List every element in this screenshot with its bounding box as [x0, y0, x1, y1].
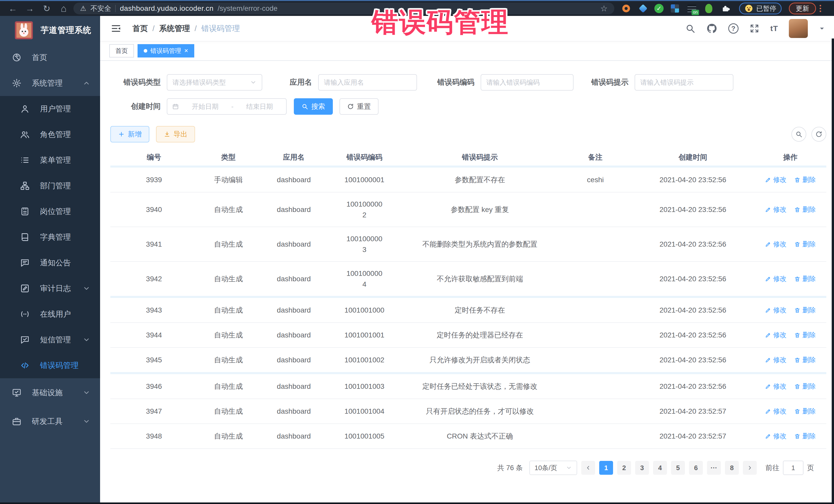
search-button[interactable]: 搜索	[294, 98, 333, 115]
app-name-input[interactable]	[318, 74, 417, 91]
tab-label: 首页	[115, 47, 128, 55]
tab-error-code[interactable]: 错误码管理	[137, 44, 194, 58]
edit-link[interactable]: 修改	[765, 274, 787, 283]
delete-link[interactable]: 删除	[794, 407, 816, 416]
sidebar-item-online-users[interactable]: 在线用户	[0, 301, 100, 327]
sidebar-item-audit-log[interactable]: 审计日志	[0, 276, 100, 301]
sidebar-item-system[interactable]: 系统管理	[0, 70, 100, 96]
bookmark-star-icon[interactable]	[600, 4, 608, 13]
sidebar-item-sms[interactable]: 短信管理	[0, 327, 100, 353]
kebab-menu-icon[interactable]	[820, 5, 821, 12]
chevron-down-icon[interactable]	[819, 25, 825, 32]
edit-link[interactable]: 修改	[765, 240, 787, 249]
page-button-3[interactable]: 3	[635, 461, 649, 475]
error-hint-input[interactable]	[635, 74, 733, 91]
trash-icon	[794, 206, 800, 213]
sidebar-item-dictionary[interactable]: 字典管理	[0, 224, 100, 250]
delete-link[interactable]: 删除	[794, 240, 816, 249]
edit-link[interactable]: 修改	[765, 205, 787, 214]
update-button[interactable]: 更新	[789, 3, 816, 14]
prev-page-button[interactable]	[581, 461, 595, 475]
help-icon[interactable]	[728, 23, 739, 34]
edit-link[interactable]: 修改	[765, 355, 787, 365]
page-button-5[interactable]: 5	[671, 461, 685, 475]
error-type-select[interactable]: 请选择错误码类型	[167, 74, 262, 91]
delete-link[interactable]: 删除	[794, 382, 816, 391]
toggle-search-button[interactable]	[791, 127, 806, 141]
extension-list-icon[interactable]: on	[686, 3, 698, 14]
delete-link[interactable]: 删除	[794, 306, 816, 314]
page-button-2[interactable]: 2	[617, 461, 631, 475]
next-page-button[interactable]	[743, 461, 757, 475]
extension-spy-icon[interactable]	[703, 3, 715, 14]
back-icon[interactable]	[6, 3, 20, 14]
delete-link[interactable]: 删除	[794, 175, 816, 184]
total-count: 共 76 条	[497, 463, 523, 473]
extension-gem-icon[interactable]	[637, 3, 649, 14]
export-button[interactable]: 导出	[156, 126, 195, 143]
sidebar-item-roles[interactable]: 角色管理	[0, 122, 100, 147]
gear-icon	[12, 78, 22, 88]
delete-link[interactable]: 删除	[794, 432, 816, 441]
close-icon[interactable]	[184, 47, 188, 54]
address-bar[interactable]: 不安全 dashboard.yudao.iocoder.cn/system/er…	[73, 3, 614, 14]
sidebar-item-home[interactable]: 首页	[0, 45, 100, 70]
breadcrumb-section[interactable]: 系统管理	[159, 23, 190, 34]
edit-link[interactable]: 修改	[765, 382, 787, 391]
extension-check-icon[interactable]	[654, 4, 664, 13]
edit-link[interactable]: 修改	[765, 407, 787, 416]
tab-home[interactable]: 首页	[109, 44, 134, 58]
extension-orange-icon[interactable]	[620, 3, 632, 14]
edit-link[interactable]: 修改	[765, 306, 787, 314]
paused-extension-pill[interactable]: 已暂停	[739, 3, 782, 14]
search-icon[interactable]	[685, 23, 696, 34]
fullscreen-icon[interactable]	[749, 23, 760, 34]
security-label[interactable]: 不安全	[90, 4, 111, 13]
cell-app: dashboard	[259, 240, 328, 248]
edit-link[interactable]: 修改	[765, 175, 787, 184]
error-code-input[interactable]	[481, 74, 573, 91]
scrollbar[interactable]	[832, 39, 834, 504]
cell-code: 1001001002	[328, 355, 400, 366]
page-button-1[interactable]: 1	[599, 461, 613, 475]
page-size-select[interactable]: 10条/页	[529, 461, 577, 475]
refresh-table-button[interactable]	[811, 127, 826, 141]
sidebar-item-infrastructure[interactable]: 基础设施	[0, 378, 100, 407]
delete-link[interactable]: 删除	[794, 205, 816, 214]
date-range-picker[interactable]: 开始日期 - 结束日期	[167, 98, 287, 115]
edit-link[interactable]: 修改	[765, 330, 787, 339]
edit-link[interactable]: 修改	[765, 432, 787, 441]
sidebar-item-dev-tools[interactable]: 研发工具	[0, 407, 100, 436]
github-icon[interactable]	[706, 23, 718, 34]
reload-icon[interactable]	[40, 3, 54, 14]
sidebar-item-departments[interactable]: 部门管理	[0, 173, 100, 199]
sidebar-item-error-code[interactable]: 错误码管理	[0, 353, 100, 378]
hamburger-icon[interactable]	[110, 23, 122, 34]
sidebar-item-users[interactable]: 用户管理	[0, 96, 100, 122]
cell-msg: 定时任务的处理器已经存在	[400, 330, 559, 340]
sidebar-item-posts[interactable]: 岗位管理	[0, 199, 100, 224]
sidebar-item-menus[interactable]: 菜单管理	[0, 147, 100, 173]
goto-page-input[interactable]	[783, 461, 804, 475]
delete-link[interactable]: 删除	[794, 330, 816, 339]
edit-icon	[765, 206, 771, 213]
user-avatar[interactable]	[789, 19, 808, 38]
more-pages-button[interactable]: ···	[707, 461, 721, 475]
puzzle-icon[interactable]	[720, 3, 731, 14]
col-id: 编号	[110, 152, 198, 162]
page-button-4[interactable]: 4	[653, 461, 667, 475]
font-size-icon[interactable]	[770, 24, 778, 33]
breadcrumb-home[interactable]: 首页	[132, 23, 148, 34]
page-button-6[interactable]: 6	[689, 461, 703, 475]
sidebar-item-announcements[interactable]: 通知公告	[0, 250, 100, 276]
reset-button[interactable]: 重置	[339, 98, 378, 115]
delete-link[interactable]: 删除	[794, 355, 816, 365]
add-button[interactable]: 新增	[110, 126, 149, 143]
table-row: 3940 自动生成 dashboard 100100000 2 参数配置 key…	[110, 193, 826, 227]
delete-link[interactable]: 删除	[794, 274, 816, 283]
home-icon[interactable]	[57, 3, 71, 14]
sidebar-item-label: 基础设施	[32, 388, 63, 398]
page-button-8[interactable]: 8	[725, 461, 739, 475]
extension-grid-icon[interactable]	[669, 3, 681, 14]
forward-icon[interactable]	[23, 3, 37, 14]
